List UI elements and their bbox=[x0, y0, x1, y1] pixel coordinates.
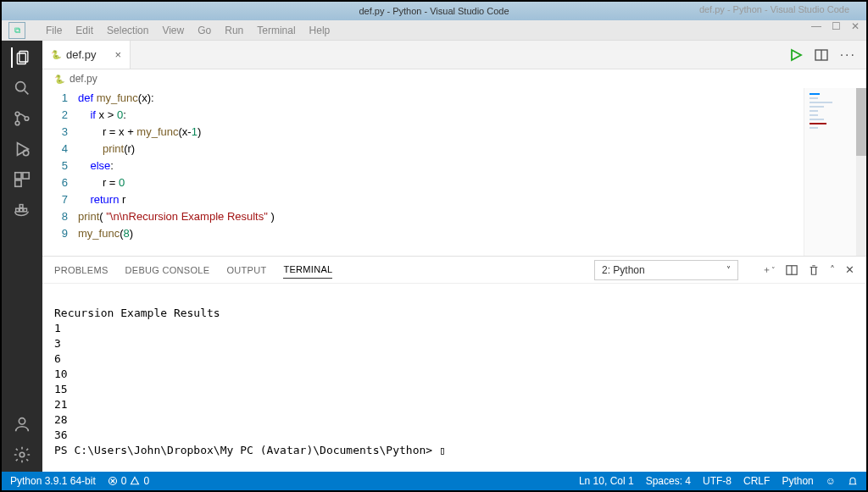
svg-point-4 bbox=[15, 112, 19, 116]
editor-minimap[interactable] bbox=[804, 88, 856, 256]
menu-file[interactable]: File bbox=[46, 25, 62, 36]
status-problems[interactable]: 0 0 bbox=[108, 475, 149, 487]
status-warning-count: 0 bbox=[143, 475, 149, 487]
terminal-selector-label: 2: Python bbox=[602, 264, 645, 276]
panel-tab-problems[interactable]: PROBLEMS bbox=[54, 265, 108, 275]
python-file-icon: 🐍 bbox=[54, 75, 64, 84]
settings-gear-icon[interactable] bbox=[12, 445, 32, 465]
window-close-icon[interactable]: ✕ bbox=[851, 20, 860, 32]
menu-go[interactable]: Go bbox=[198, 25, 211, 36]
editor[interactable]: 123456789 def my_func(x): if x > 0: r = … bbox=[42, 88, 866, 256]
accounts-icon[interactable] bbox=[12, 414, 32, 434]
status-indentation[interactable]: Spaces: 4 bbox=[646, 475, 691, 487]
svg-rect-10 bbox=[23, 173, 29, 179]
status-feedback-icon[interactable]: ☺ bbox=[826, 475, 836, 487]
menu-run[interactable]: Run bbox=[225, 25, 243, 36]
window-titlebar: def.py - Python - Visual Studio Code def… bbox=[2, 2, 866, 20]
scrollbar-thumb[interactable] bbox=[856, 88, 866, 156]
terminal-selector[interactable]: 2: Python ˅ bbox=[594, 260, 738, 280]
menu-bar: ⧉ File Edit Selection View Go Run Termin… bbox=[2, 20, 866, 41]
panel-tab-output[interactable]: OUTPUT bbox=[226, 265, 266, 275]
tab-filename: def.py bbox=[66, 48, 96, 61]
svg-marker-18 bbox=[792, 50, 801, 60]
status-cursor-position[interactable]: Ln 10, Col 1 bbox=[579, 475, 634, 487]
status-python-interpreter[interactable]: Python 3.9.1 64-bit bbox=[10, 475, 96, 487]
menu-terminal[interactable]: Terminal bbox=[257, 25, 295, 36]
breadcrumb-filename: def.py bbox=[70, 73, 97, 85]
panel-tabstrip: PROBLEMS DEBUG CONSOLE OUTPUT TERMINAL 2… bbox=[42, 257, 866, 284]
close-panel-icon[interactable]: ✕ bbox=[845, 263, 854, 276]
status-eol[interactable]: CRLF bbox=[743, 475, 770, 487]
svg-rect-12 bbox=[16, 208, 19, 212]
editor-scrollbar[interactable] bbox=[856, 88, 866, 256]
window-title: def.py - Python - Visual Studio Code bbox=[359, 6, 509, 16]
window-maximize-icon[interactable]: ☐ bbox=[832, 20, 841, 32]
explorer-icon[interactable] bbox=[11, 47, 31, 68]
svg-rect-15 bbox=[19, 205, 23, 208]
vscode-logo-icon: ⧉ bbox=[8, 22, 25, 39]
window-minimize-icon[interactable]: — bbox=[811, 20, 821, 32]
svg-point-17 bbox=[19, 452, 25, 457]
status-notifications-icon[interactable] bbox=[848, 476, 858, 486]
search-icon[interactable] bbox=[12, 78, 32, 98]
chevron-down-icon: ˅ bbox=[726, 265, 731, 274]
svg-rect-14 bbox=[24, 208, 27, 212]
status-language-mode[interactable]: Python bbox=[782, 475, 813, 487]
tab-close-icon[interactable]: × bbox=[114, 48, 121, 61]
svg-point-16 bbox=[19, 418, 25, 424]
bottom-panel: PROBLEMS DEBUG CONSOLE OUTPUT TERMINAL 2… bbox=[42, 256, 866, 472]
terminal-output[interactable]: Recursion Example Results 1 3 6 10 15 21… bbox=[42, 284, 866, 472]
new-terminal-icon[interactable]: ＋˅ bbox=[762, 263, 776, 276]
tab-def-py[interactable]: 🐍 def.py × bbox=[42, 41, 131, 69]
editor-gutter: 123456789 bbox=[42, 88, 78, 256]
kill-terminal-icon[interactable] bbox=[808, 264, 820, 276]
menu-selection[interactable]: Selection bbox=[107, 25, 148, 36]
menu-help[interactable]: Help bbox=[309, 25, 331, 36]
python-file-icon: 🐍 bbox=[51, 50, 61, 59]
panel-tab-debug-console[interactable]: DEBUG CONSOLE bbox=[125, 265, 210, 275]
svg-rect-11 bbox=[15, 180, 21, 186]
svg-point-6 bbox=[25, 117, 29, 121]
run-file-icon[interactable] bbox=[789, 48, 803, 62]
status-encoding[interactable]: UTF-8 bbox=[703, 475, 732, 487]
split-terminal-icon[interactable] bbox=[786, 264, 798, 276]
maximize-panel-icon[interactable]: ˄ bbox=[830, 264, 835, 276]
svg-line-3 bbox=[25, 91, 29, 95]
menu-edit[interactable]: Edit bbox=[75, 25, 93, 36]
split-editor-icon[interactable] bbox=[815, 48, 828, 62]
extensions-icon[interactable] bbox=[12, 169, 32, 190]
status-error-count: 0 bbox=[121, 475, 127, 487]
svg-rect-13 bbox=[19, 208, 23, 212]
activity-bar bbox=[2, 41, 42, 472]
svg-point-2 bbox=[16, 82, 25, 91]
panel-tab-terminal[interactable]: TERMINAL bbox=[283, 264, 332, 279]
window-title-ghost: def.py - Python - Visual Studio Code bbox=[699, 4, 849, 14]
status-bar: Python 3.9.1 64-bit 0 0 Ln 10, Col 1 Spa… bbox=[2, 472, 866, 490]
editor-tabstrip: 🐍 def.py × ··· bbox=[42, 41, 866, 69]
more-actions-icon[interactable]: ··· bbox=[840, 47, 856, 63]
docker-icon[interactable] bbox=[12, 200, 32, 220]
editor-code[interactable]: def my_func(x): if x > 0: r = x + my_fun… bbox=[78, 88, 804, 256]
breadcrumb[interactable]: 🐍 def.py bbox=[42, 69, 866, 88]
svg-point-5 bbox=[15, 121, 19, 125]
source-control-icon[interactable] bbox=[12, 108, 32, 129]
menu-view[interactable]: View bbox=[162, 25, 184, 36]
svg-rect-9 bbox=[15, 173, 21, 179]
run-debug-icon[interactable] bbox=[12, 139, 32, 159]
